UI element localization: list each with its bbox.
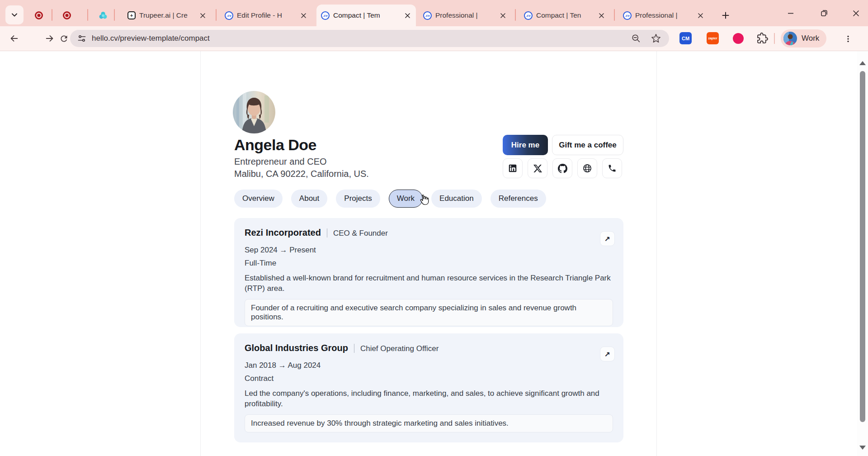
employment-dates: Sep 2024 → Present	[245, 246, 613, 255]
pinned-tab-clover-icon[interactable]	[99, 11, 108, 20]
tab-separator	[614, 9, 615, 21]
reload-icon	[59, 34, 69, 43]
window-minimize-button[interactable]	[782, 5, 800, 21]
scroll-up-button[interactable]	[859, 59, 866, 66]
tab-projects[interactable]: Projects	[336, 190, 380, 208]
site-settings-icon[interactable]	[77, 34, 86, 43]
page-scrollbar[interactable]	[857, 51, 868, 456]
extension-cm-icon[interactable]: CM	[679, 32, 692, 44]
three-dot-menu-icon	[844, 35, 852, 43]
browser-tab-professional-2[interactable]: .cv Professional |	[618, 6, 709, 24]
extension-zapier-label: zapier	[708, 37, 717, 40]
company-name: Rezi Incorporated	[245, 228, 321, 238]
github-icon	[558, 164, 567, 173]
bookmark-star-icon[interactable]	[651, 33, 661, 43]
globe-icon	[582, 163, 592, 173]
external-link-button[interactable]: ↗	[600, 231, 615, 246]
tab-title: Compact | Tem	[333, 11, 400, 19]
job-role: CEO & Founder	[333, 229, 388, 238]
work-entry-header: Global Industries Group Chief Operating …	[245, 343, 613, 353]
tab-close-button[interactable]	[198, 11, 207, 19]
company-name: Global Industries Group	[245, 343, 348, 353]
zoom-out-icon[interactable]	[631, 33, 641, 43]
employment-dates: Jan 2018 → Aug 2024	[245, 361, 613, 370]
tab-close-button[interactable]	[499, 11, 507, 19]
tab-title: Professional |	[435, 11, 495, 19]
employment-type: Contract	[245, 374, 613, 383]
plus-icon	[722, 12, 729, 19]
tab-overview[interactable]: Overview	[234, 190, 283, 208]
tab-education[interactable]: Education	[431, 190, 482, 208]
pinned-tab-record-icon[interactable]	[62, 11, 71, 20]
cv-favicon: .cv	[524, 11, 533, 20]
browser-profile-chip[interactable]: Work	[781, 29, 826, 48]
profile-job-title: Entrepreneur and CEO	[234, 157, 327, 167]
phone-icon	[608, 164, 617, 173]
tab-title: Compact | Ten	[536, 11, 594, 19]
browser-tab-trupeer[interactable]: + Trupeer.ai | Cre	[123, 6, 211, 24]
work-entry-header: Rezi Incorporated CEO & Founder	[245, 228, 613, 238]
tab-separator	[515, 9, 516, 21]
extension-zapier-icon[interactable]: zapier	[707, 32, 719, 44]
work-entry-card: Rezi Incorporated CEO & Founder ↗ Sep 20…	[234, 218, 623, 327]
github-button[interactable]	[552, 158, 572, 178]
gift-coffee-button[interactable]: Gift me a coffee	[552, 135, 623, 155]
browser-tab-compact-active[interactable]: .cv Compact | Tem	[316, 5, 416, 26]
linkedin-button[interactable]	[503, 158, 523, 178]
tab-close-button[interactable]	[597, 11, 605, 19]
tab-separator	[216, 9, 217, 21]
tab-close-button[interactable]	[696, 11, 704, 19]
tab-about[interactable]: About	[291, 190, 327, 208]
job-description: Established a well-known brand for recru…	[245, 273, 613, 294]
job-highlight: Founder of a recruiting and executive se…	[245, 299, 613, 326]
new-tab-button[interactable]	[718, 8, 733, 23]
toolbar-separator	[774, 33, 775, 44]
url-bar[interactable]: hello.cv/preview-template/compact	[70, 30, 669, 47]
extensions-puzzle-icon[interactable]	[757, 33, 768, 44]
website-button[interactable]	[577, 158, 597, 178]
browser-tab-compact-2[interactable]: .cv Compact | Ten	[519, 6, 610, 24]
tab-title: Trupeer.ai | Cre	[139, 11, 195, 19]
tab-title: Edit Profile - H	[237, 11, 296, 19]
tab-search-button[interactable]	[5, 5, 24, 24]
cv-favicon: .cv	[423, 11, 432, 20]
cv-section-nav: Overview About Projects Work Education R…	[234, 190, 546, 208]
x-twitter-icon	[533, 164, 542, 173]
pinned-tab-separator	[114, 9, 115, 21]
title-divider	[327, 228, 327, 238]
profile-chip-label: Work	[802, 34, 819, 43]
phone-button[interactable]	[602, 158, 622, 178]
job-role: Chief Operating Officer	[360, 344, 439, 353]
extension-cm-label: CM	[682, 36, 689, 41]
window-restore-button[interactable]	[815, 5, 833, 21]
x-twitter-button[interactable]	[528, 158, 547, 178]
browser-toolbar: hello.cv/preview-template/compact CM zap…	[0, 26, 868, 51]
scroll-up-icon	[859, 61, 866, 65]
pinned-tab-record-icon[interactable]	[34, 11, 43, 20]
profile-photo	[233, 91, 275, 133]
tab-close-button[interactable]	[299, 11, 307, 19]
profile-location: Malibu, CA 90222, California, US.	[234, 169, 369, 179]
tab-close-button[interactable]	[403, 11, 411, 19]
tab-references[interactable]: References	[491, 190, 546, 208]
scroll-down-button[interactable]	[859, 444, 866, 451]
browser-menu-button[interactable]	[840, 31, 856, 47]
tab-work[interactable]: Work	[389, 190, 423, 208]
window-close-button[interactable]	[847, 5, 865, 21]
browser-tab-professional[interactable]: .cv Professional |	[419, 6, 511, 24]
url-text[interactable]: hello.cv/preview-template/compact	[92, 34, 631, 43]
scrollbar-thumb[interactable]	[860, 71, 865, 422]
hire-me-button[interactable]: Hire me	[503, 135, 548, 155]
cv-favicon: .cv	[225, 11, 233, 20]
content-right-border	[656, 51, 657, 456]
page-title-name: Angela Doe	[234, 136, 316, 154]
tab-title: Professional |	[635, 11, 693, 19]
trupeer-favicon: +	[127, 11, 136, 19]
external-link-button[interactable]: ↗	[600, 347, 615, 361]
pinned-tab-separator	[52, 9, 52, 21]
back-button[interactable]	[6, 30, 22, 47]
employment-type: Full-Time	[245, 259, 613, 268]
browser-tab-edit-profile[interactable]: .cv Edit Profile - H	[220, 6, 312, 24]
extension-recorder-icon[interactable]	[733, 33, 744, 44]
reload-button[interactable]	[56, 30, 72, 47]
